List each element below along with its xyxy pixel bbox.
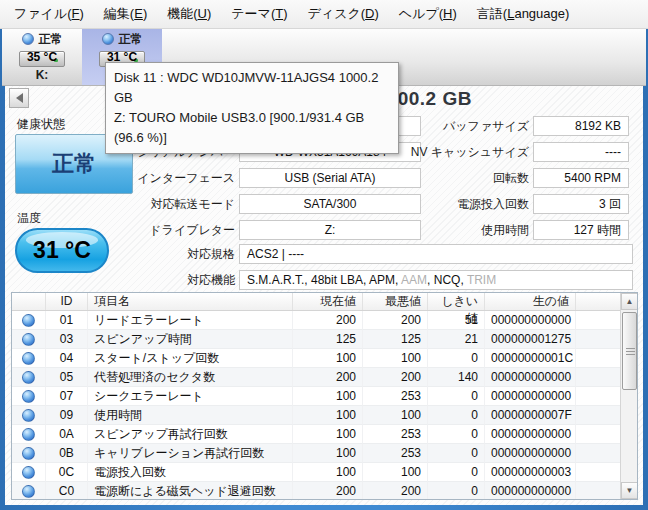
disk-tab-k[interactable]: 正常35 °CK:	[2, 29, 82, 85]
field-row-standard: 対応規格 ACS2 | ----	[5, 244, 633, 264]
smart-row-0a[interactable]: 0Aスピンアップ再試行回数1002530000000000000	[12, 425, 637, 444]
smart-table-body: 01リードエラーレート2002005100000000000003スピンアップ時…	[12, 311, 637, 500]
field-label: 電源投入回数	[5, 196, 533, 213]
feature-unsupported: TRIM	[467, 273, 496, 287]
menu-item-f[interactable]: ファイル(F)	[4, 0, 94, 28]
menu-item-h[interactable]: ヘルプ(H)	[389, 0, 467, 28]
cell-name: スピンアップ時間	[88, 330, 293, 349]
crystaldiskinfo-window: ファイル(F)編集(E)機能(U)テーマ(T)ディスク(D)ヘルプ(H)言語(L…	[0, 0, 648, 510]
cell-worst: 100	[363, 463, 428, 482]
cell-name: スタート/ストップ回数	[88, 349, 293, 368]
menu-item-t[interactable]: テーマ(T)	[221, 0, 297, 28]
cell-raw: 000000000003	[485, 463, 576, 482]
field-label: 対応機能	[5, 272, 239, 289]
column-header-id: ID	[46, 293, 88, 310]
cell-threshold: 0	[428, 482, 485, 500]
column-header-worst: 最悪値	[363, 293, 428, 310]
health-orb-icon	[22, 409, 35, 422]
smart-row-04[interactable]: 04スタート/ストップ回数100100000000000001C	[12, 349, 637, 368]
health-orb-icon	[22, 447, 35, 460]
field-row-features: 対応機能 S.M.A.R.T., 48bit LBA, APM, AAM, NC…	[5, 270, 633, 290]
smart-row-09[interactable]: 09使用時間100100000000000007F	[12, 406, 637, 425]
cell-current: 100	[293, 463, 363, 482]
cell-raw: 000000001275	[485, 330, 576, 349]
cell-worst: 253	[363, 444, 428, 463]
cell-name: 代替処理済のセクタ数	[88, 368, 293, 387]
cell-worst: 100	[363, 349, 428, 368]
scrollbar-thumb[interactable]	[622, 312, 637, 390]
cell-current: 100	[293, 444, 363, 463]
smart-row-0c[interactable]: 0C電源投入回数1001000000000000003	[12, 463, 637, 482]
tooltip-line1: Disk 11 : WDC WD10JMVW-11AJGS4 1000.2 GB	[114, 68, 390, 108]
cell-name: 使用時間	[88, 406, 293, 425]
cell-name: キャリブレーション再試行回数	[88, 444, 293, 463]
cell-threshold: 51	[428, 311, 485, 330]
field-value: 127 時間	[533, 220, 629, 240]
menu-item-language[interactable]: 言語(Language)	[467, 0, 580, 28]
menu-item-e[interactable]: 編集(E)	[94, 0, 157, 28]
cell-id: 07	[46, 387, 88, 406]
smart-row-07[interactable]: 07シークエラーレート1002530000000000000	[12, 387, 637, 406]
field-value: 3 回	[533, 194, 629, 214]
scroll-down-button[interactable]: ▼	[621, 482, 638, 499]
cell-id: 0B	[46, 444, 88, 463]
cell-worst: 200	[363, 311, 428, 330]
disk-drive-icon: 35 °C	[18, 48, 66, 68]
cell-threshold: 0	[428, 463, 485, 482]
column-header-name: 項目名	[88, 293, 293, 310]
cell-raw: 00000000001C	[485, 349, 576, 368]
table-scrollbar[interactable]: ▲ ▼	[620, 293, 637, 499]
cell-raw: 000000000000	[485, 368, 576, 387]
cell-id: 04	[46, 349, 88, 368]
field-value: 8192 KB	[533, 116, 629, 136]
cell-current: 200	[293, 311, 363, 330]
cell-name: スピンアップ再試行回数	[88, 425, 293, 444]
cell-threshold: 0	[428, 425, 485, 444]
cell-id: 05	[46, 368, 88, 387]
cell-id: C0	[46, 482, 88, 500]
tab-drive-letter: K:	[2, 68, 82, 82]
tab-health-status: 正常	[39, 31, 63, 48]
cell-current: 100	[293, 406, 363, 425]
menu-item-u[interactable]: 機能(U)	[157, 0, 221, 28]
feature-supported: , NCQ,	[427, 273, 467, 287]
smart-row-0b[interactable]: 0Bキャリブレーション再試行回数1002530000000000000	[12, 444, 637, 463]
smart-row-01[interactable]: 01リードエラーレート20020051000000000000	[12, 311, 637, 330]
smart-row-c0[interactable]: C0電源断による磁気ヘッド退避回数2002000000000000000	[12, 482, 637, 500]
field-value: ----	[533, 142, 629, 162]
cell-worst: 200	[363, 482, 428, 500]
field-value-features: S.M.A.R.T., 48bit LBA, APM, AAM, NCQ, TR…	[239, 270, 633, 290]
cell-threshold: 21	[428, 330, 485, 349]
feature-supported: S.M.A.R.T., 48bit LBA, APM,	[247, 273, 401, 287]
cell-current: 125	[293, 330, 363, 349]
cell-worst: 253	[363, 425, 428, 444]
health-orb-icon	[22, 333, 35, 346]
smart-row-05[interactable]: 05代替処理済のセクタ数200200140000000000000	[12, 368, 637, 387]
scrollbar-grip-icon	[626, 351, 635, 352]
health-orb-icon	[22, 371, 35, 384]
cell-current: 200	[293, 482, 363, 500]
smart-row-03[interactable]: 03スピンアップ時間12512521000000001275	[12, 330, 637, 349]
field-value: 5400 RPM	[533, 168, 629, 188]
column-header-raw: 生の値	[485, 293, 576, 310]
health-orb-icon	[22, 390, 35, 403]
field-label: 回転数	[5, 170, 533, 187]
smart-table-header: ID 項目名 現在値 最悪値 しきい値 生の値	[12, 293, 637, 311]
field-row: 回転数5400 RPM	[5, 168, 633, 188]
health-orb-icon	[102, 33, 114, 45]
cell-worst: 253	[363, 387, 428, 406]
cell-current: 100	[293, 349, 363, 368]
health-orb-icon	[22, 485, 35, 498]
cell-id: 09	[46, 406, 88, 425]
scroll-up-button[interactable]: ▲	[621, 293, 638, 310]
feature-unsupported: AAM	[401, 273, 427, 287]
previous-disk-button[interactable]	[9, 88, 29, 108]
menu-item-d[interactable]: ディスク(D)	[298, 0, 389, 28]
cell-id: 01	[46, 311, 88, 330]
cell-name: シークエラーレート	[88, 387, 293, 406]
cell-raw: 00000000007F	[485, 406, 576, 425]
tooltip-line2: Z: TOURO Mobile USB3.0 [900.1/931.4 GB (…	[114, 108, 390, 148]
cell-id: 0C	[46, 463, 88, 482]
cell-raw: 000000000000	[485, 444, 576, 463]
menu-bar: ファイル(F)編集(E)機能(U)テーマ(T)ディスク(D)ヘルプ(H)言語(L…	[0, 0, 648, 29]
